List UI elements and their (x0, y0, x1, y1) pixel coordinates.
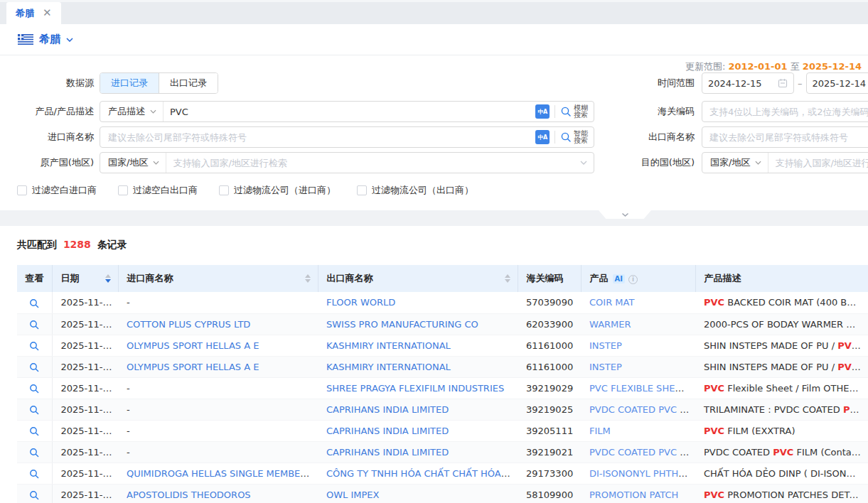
product-link[interactable]: PVC FLEXIBLE SHEET F... (589, 383, 695, 394)
fuzzy-search-button[interactable]: 模糊 搜索 (555, 104, 594, 119)
date-cell: 2025-11-20 (52, 420, 118, 441)
view-details-button[interactable] (29, 320, 39, 330)
importer-link[interactable]: COTTON PLUS CYPRUS LTD (127, 319, 250, 330)
view-cell (17, 399, 52, 420)
product-link[interactable]: WARMER (589, 319, 631, 330)
product-link[interactable]: DI-ISONONYL PHTHA... (589, 468, 693, 479)
view-details-button[interactable] (29, 362, 39, 372)
match-count: 1288 (63, 239, 91, 250)
origin-country-input[interactable] (166, 158, 577, 168)
product-link[interactable]: INSTEP (589, 362, 622, 372)
origin-country-select[interactable]: 国家/地区 (100, 153, 166, 173)
checkbox-icon[interactable] (118, 185, 128, 195)
highlight-keyword: PVC (704, 490, 724, 500)
chevron-down-icon[interactable] (66, 38, 73, 42)
destination-country-input[interactable] (768, 158, 868, 168)
chevron-down-icon[interactable] (580, 161, 587, 165)
checkbox-filter-blank-importer[interactable]: 过滤空白进口商 (17, 184, 97, 197)
exporter-link[interactable]: SWISS PRO MANUFACTURING CO (326, 319, 478, 330)
view-details-button[interactable] (29, 469, 39, 479)
exporter-link[interactable]: CAPRIHANS INDIA LIMITED (326, 447, 449, 458)
importer-link[interactable]: QUIMIDROGA HELLAS SINGLE MEMBER PC (127, 468, 318, 479)
column-label: 出口商名称 (327, 272, 373, 285)
importer-link[interactable]: OLYMPUS SPORT HELLAS A E (127, 362, 259, 372)
exporter-link[interactable]: SHREE PRAGYA FLEXIFILM INDUSTRIES (326, 383, 504, 394)
product-link[interactable]: PVDC COATED PVC FIL... (589, 447, 695, 458)
checkbox-filter-blank-exporter[interactable]: 过滤空白出口商 (118, 184, 198, 197)
column-header-exporter[interactable]: 出口商名称 (318, 265, 518, 292)
end-date-input[interactable]: 2025-12-14 (806, 72, 868, 94)
product-input[interactable] (164, 107, 535, 117)
view-details-button[interactable] (29, 426, 39, 436)
description-cell: TRILAMINATE : PVDC COATED PVC F... (695, 399, 868, 420)
product-link[interactable]: INSTEP (589, 340, 622, 351)
translate-icon[interactable]: 中A (535, 104, 550, 119)
exporter-label: 出口商名称 (594, 131, 695, 144)
date-cell: 2025-11-24 (52, 356, 118, 377)
export-records-tab[interactable]: 出口记录 (159, 73, 218, 93)
sort-control[interactable] (505, 274, 510, 283)
table-body: 2025-11-28-FLOOR WORLD57039090COIR MATPV… (17, 292, 868, 503)
checkbox-label: 过滤空白出口商 (133, 184, 198, 197)
column-header-date[interactable]: 日期 (52, 265, 118, 292)
hs-code-cell: 61161000 (518, 335, 581, 356)
exporter-link[interactable]: CAPRIHANS INDIA LIMITED (326, 404, 449, 415)
exporter-link[interactable]: KASHMIRY INTERNATIONAL (326, 340, 451, 351)
sort-control[interactable] (105, 274, 111, 283)
exporter-link[interactable]: FLOOR WORLD (326, 297, 395, 308)
column-header-importer[interactable]: 进口商名称 (118, 265, 318, 292)
description-text: FILM (Containin... (793, 447, 868, 458)
checkbox-icon[interactable] (17, 185, 27, 195)
checkbox-filter-logistics-importer[interactable]: 过滤物流公司（进口商） (219, 184, 336, 197)
start-date-input[interactable]: 2024-12-15 (702, 72, 794, 94)
update-range-end: 2025-12-14 (803, 61, 862, 72)
product-field-select[interactable]: 产品描述 (100, 102, 164, 121)
product-link[interactable]: COIR MAT (589, 297, 634, 308)
view-details-button[interactable] (29, 384, 39, 394)
exporter-cell: CAPRIHANS INDIA LIMITED (318, 399, 518, 420)
product-link[interactable]: FILM (589, 426, 611, 436)
smart-search-button[interactable]: 智能 搜索 (555, 130, 594, 145)
checkbox-filter-logistics-exporter[interactable]: 过滤物流公司（出口商） (357, 184, 473, 197)
importer-input[interactable] (100, 132, 535, 143)
import-records-tab[interactable]: 进口记录 (100, 73, 159, 93)
importer-link[interactable]: OLYMPUS SPORT HELLAS A E (127, 340, 259, 351)
destination-country-select[interactable]: 国家/地区 (702, 153, 768, 173)
product-link[interactable]: PVDC COATED PVC FIL... (589, 404, 695, 415)
product-field-value: 产品描述 (108, 105, 145, 118)
product-link[interactable]: PROMOTION PATCH (589, 490, 678, 500)
description-cell: PVC BACKED COIR MAT (400 BALES)... (695, 292, 868, 313)
collapse-panel-button[interactable] (599, 210, 651, 219)
importer-search-group: 中A 智能 搜索 (100, 126, 594, 148)
view-details-button[interactable] (29, 490, 39, 500)
view-details-button[interactable] (29, 448, 39, 458)
column-label: 进口商名称 (127, 272, 173, 285)
end-date-value: 2025-12-14 (813, 78, 868, 89)
sort-control[interactable] (305, 274, 311, 283)
table-row: 2025-11-27COTTON PLUS CYPRUS LTDSWISS PR… (17, 313, 868, 335)
translate-icon[interactable]: 中A (535, 130, 550, 144)
exporter-link[interactable]: KASHMIRY INTERNATIONAL (326, 362, 451, 372)
hs-code-input[interactable] (702, 101, 868, 122)
exporter-link[interactable]: OWL IMPEX (326, 490, 379, 500)
exporter-link[interactable]: CÔNG TY TNHH HÓA CHẤT CHẤT HÓA DẺ... (326, 468, 518, 479)
info-icon[interactable]: i (628, 275, 638, 284)
checkbox-icon[interactable] (219, 185, 229, 195)
view-cell (17, 420, 52, 441)
highlight-keyword: PVC (843, 404, 864, 415)
date-range-separator: – (798, 78, 803, 89)
view-details-button[interactable] (29, 341, 39, 351)
checkbox-icon[interactable] (357, 185, 367, 195)
close-icon[interactable]: ✕ (43, 8, 52, 18)
importer-cell: QUIMIDROGA HELLAS SINGLE MEMBER PC (118, 463, 318, 484)
view-details-button[interactable] (29, 405, 39, 415)
page-header: 希腊 (0, 24, 868, 55)
highlight-keyword: PVC (704, 383, 724, 394)
tab-greece[interactable]: 希腊 ✕ (6, 2, 61, 24)
description-cell: SHIN INSTEPS MADE OF PU / PVC M... (695, 335, 868, 356)
importer-link[interactable]: APOSTOLIDIS THEODOROS (127, 490, 251, 500)
view-details-button[interactable] (29, 298, 39, 308)
exporter-link[interactable]: CAPRIHANS INDIA LIMITED (326, 426, 449, 436)
section-gap (0, 210, 868, 226)
exporter-input[interactable] (702, 126, 868, 148)
